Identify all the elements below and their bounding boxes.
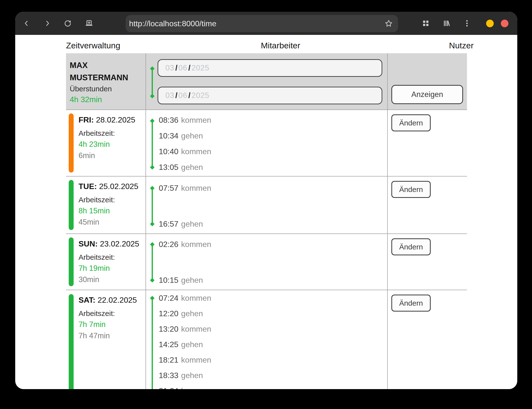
star-icon	[384, 19, 393, 28]
new-tab-icon	[85, 19, 93, 27]
page-nav: Zeitverwaltung Mitarbeiter Nutzer	[15, 35, 517, 53]
worktime-label: Arbeitszeit:	[79, 129, 115, 137]
time-entry: 18:21kommen	[159, 355, 211, 365]
day-timeline	[152, 121, 153, 167]
reload-icon	[64, 19, 72, 27]
action-cell: Ändern	[387, 234, 467, 290]
timeline-diamond-bottom	[150, 278, 154, 282]
reload-button[interactable]	[64, 19, 72, 27]
nav-item-mitarbeiter[interactable]: Mitarbeiter	[261, 41, 300, 50]
worktime-value: 7h 19min	[79, 264, 110, 273]
day-date: 28.02.2025	[96, 115, 135, 124]
entry-type: kommen	[181, 294, 211, 302]
timeline-diamond-top	[150, 66, 154, 71]
entries-cell: 07:57kommen 16:57gehen	[146, 177, 387, 233]
time-entry: 16:57gehen	[159, 219, 203, 229]
entry-time: 02:26	[159, 240, 178, 249]
action-cell: Ändern	[387, 290, 467, 389]
nav-item-nutzer[interactable]: Nutzer	[449, 41, 474, 50]
table-row: SUN:23.02.2025 Arbeitszeit: 7h 19min 30m…	[66, 233, 467, 290]
time-entry: 18:33gehen	[159, 371, 203, 380]
time-entry: 10:15gehen	[159, 276, 203, 285]
entry-type: gehen	[181, 131, 203, 140]
entry-time: 18:33	[159, 371, 178, 380]
timeline-diamond-top	[150, 119, 154, 123]
date-range-timeline	[152, 68, 153, 96]
chevron-right-icon	[44, 20, 51, 27]
entry-time: 14:25	[159, 340, 178, 349]
day-label: TUE:	[79, 182, 97, 191]
url-bar[interactable]: http://localhost:8000/time	[126, 15, 398, 32]
anzeigen-button[interactable]: Anzeigen	[391, 85, 463, 104]
library-button[interactable]	[442, 19, 451, 27]
forward-button[interactable]	[43, 19, 52, 27]
day-info-cell: SAT:22.02.2025 Arbeitszeit: 7h 7min 7h 4…	[66, 290, 146, 389]
date-to-month: 03	[165, 91, 174, 100]
browser-toolbar: http://localhost:8000/time	[15, 12, 517, 35]
browser-window: http://localhost:8000/time	[15, 12, 517, 389]
aendern-button[interactable]: Ändern	[391, 114, 431, 131]
back-button[interactable]	[22, 19, 31, 27]
timeline-diamond-bottom	[150, 94, 154, 98]
aendern-button[interactable]: Ändern	[391, 238, 431, 255]
time-entry: 07:57kommen	[159, 184, 211, 193]
action-cell: Ändern	[387, 110, 467, 176]
entry-time: 13:20	[159, 325, 178, 333]
day-timeline	[152, 245, 153, 280]
date-to-input[interactable]: 03/06/2025	[158, 87, 382, 104]
timeline-diamond-top	[150, 242, 154, 246]
time-entry: 10:34gehen	[159, 131, 203, 140]
entry-type: kommen	[181, 147, 211, 156]
entry-time: 07:57	[159, 184, 178, 192]
overtime-value: 4h 32min	[70, 95, 102, 104]
worktime-label: Arbeitszeit:	[79, 253, 115, 261]
tab-overview-button[interactable]	[422, 19, 430, 27]
time-entry: 08:36kommen	[159, 116, 211, 125]
entry-time: 13:05	[159, 163, 178, 172]
day-info-cell: FRI:28.02.2025 Arbeitszeit: 4h 23min 6mi…	[66, 110, 146, 176]
employee-name-line1: MAX	[70, 61, 88, 70]
day-info-cell: SUN:23.02.2025 Arbeitszeit: 7h 19min 30m…	[66, 234, 146, 290]
new-tab-button[interactable]	[85, 19, 93, 27]
aendern-button[interactable]: Ändern	[391, 295, 431, 312]
menu-button[interactable]	[463, 19, 471, 27]
break-value: 7h 47min	[79, 331, 110, 340]
header-action-cell: Anzeigen	[387, 53, 467, 109]
entries-cell: 07:24kommen 12:20gehen 13:20kommen 14:25…	[146, 290, 387, 389]
date-separator: /	[188, 64, 191, 72]
day-status-bar	[69, 180, 74, 230]
aendern-button[interactable]: Ändern	[391, 181, 431, 198]
entry-type: kommen	[181, 355, 211, 364]
date-from-day: 06	[178, 64, 187, 72]
screenshot-canvas: http://localhost:8000/time	[0, 0, 532, 409]
nav-item-zeitverwaltung[interactable]: Zeitverwaltung	[66, 41, 120, 50]
url-text[interactable]: http://localhost:8000/time	[126, 19, 216, 28]
day-date: 25.02.2025	[99, 182, 138, 191]
entry-type: kommen	[181, 386, 211, 389]
time-entry: 12:20gehen	[159, 309, 203, 318]
bookmark-button[interactable]	[384, 19, 393, 28]
time-entry: 10:40kommen	[159, 147, 211, 156]
date-separator: /	[175, 91, 177, 100]
date-from-input[interactable]: 03/06/2025	[158, 59, 382, 77]
entry-type: gehen	[181, 371, 203, 380]
day-date: 23.02.2025	[100, 239, 139, 248]
date-separator: /	[175, 64, 177, 72]
entry-time: 18:21	[159, 355, 178, 364]
time-entry: 13:20kommen	[159, 325, 211, 334]
worktime-value: 8h 15min	[79, 206, 110, 215]
overtime-label: Überstunden	[70, 85, 112, 93]
entry-time: 16:57	[159, 219, 178, 228]
time-entry: 07:24kommen	[159, 294, 211, 303]
timeline-diamond-bottom	[150, 165, 154, 169]
day-info-cell: TUE:25.02.2025 Arbeitszeit: 8h 15min 45m…	[66, 177, 146, 233]
date-separator: /	[188, 91, 191, 100]
minimize-button[interactable]	[486, 20, 494, 27]
entry-type: kommen	[181, 240, 211, 249]
close-button[interactable]	[501, 20, 508, 27]
time-entry: 14:25gehen	[159, 340, 203, 349]
table-row: TUE:25.02.2025 Arbeitszeit: 8h 15min 45m…	[66, 176, 467, 233]
employee-cell: MAX MUSTERMANN Überstunden 4h 32min	[66, 53, 146, 109]
day-label: SUN:	[79, 239, 98, 248]
entry-type: gehen	[181, 276, 203, 285]
